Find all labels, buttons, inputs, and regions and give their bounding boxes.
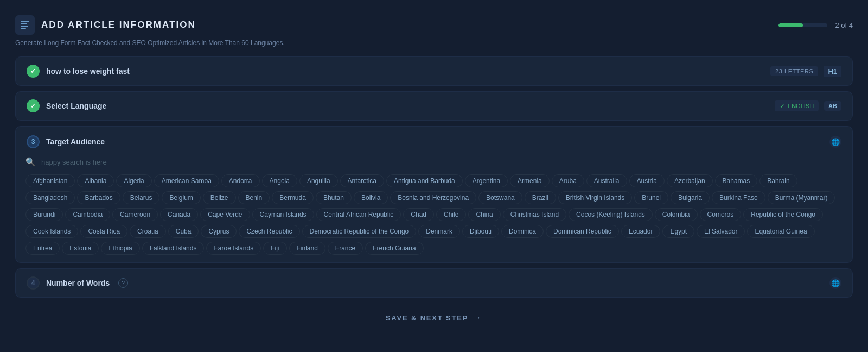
list-item[interactable]: Ethiopia: [101, 242, 139, 255]
step4-card-right: 🌐: [829, 277, 841, 289]
list-item[interactable]: Central African Republic: [316, 208, 401, 221]
step4-badge: 4: [27, 276, 40, 290]
step4-card: 4 Number of Words ? 🌐: [15, 268, 853, 298]
list-item[interactable]: Bolivia: [354, 191, 388, 204]
step3-title: Target Audience: [46, 137, 105, 146]
progress-bar-fill: [778, 23, 803, 27]
search-row: 🔍: [16, 154, 852, 172]
list-item[interactable]: Belgium: [162, 191, 200, 204]
list-item[interactable]: El Salvador: [697, 225, 745, 238]
list-item[interactable]: Estonia: [62, 242, 99, 255]
list-item[interactable]: Eritrea: [25, 242, 60, 255]
list-item[interactable]: Fiji: [263, 242, 286, 255]
list-item[interactable]: Antarctica: [340, 174, 384, 187]
list-item[interactable]: Cape Verde: [200, 208, 250, 221]
list-item[interactable]: Croatia: [130, 225, 166, 238]
list-item[interactable]: Cook Islands: [25, 225, 78, 238]
list-item[interactable]: Dominican Republic: [546, 225, 619, 238]
list-item[interactable]: Bosnia and Herzegovina: [390, 191, 476, 204]
list-item[interactable]: Czech Republic: [239, 225, 299, 238]
list-item[interactable]: Djibouti: [462, 225, 499, 238]
list-item[interactable]: Argentina: [465, 174, 508, 187]
list-item[interactable]: Cuba: [168, 225, 199, 238]
arrow-icon: →: [473, 313, 482, 323]
ab-badge: AB: [824, 101, 841, 111]
list-item[interactable]: Brunei: [634, 191, 668, 204]
list-item[interactable]: Antigua and Barbuda: [386, 174, 463, 187]
header-right: 2 of 4: [778, 21, 853, 29]
step2-title: Select Language: [46, 102, 106, 110]
list-item[interactable]: American Samoa: [154, 174, 219, 187]
list-item[interactable]: Chile: [436, 208, 466, 221]
list-item[interactable]: Belarus: [123, 191, 160, 204]
list-item[interactable]: Equatorial Guinea: [747, 225, 814, 238]
search-input[interactable]: [41, 158, 182, 166]
list-item[interactable]: Christmas Island: [503, 208, 566, 221]
list-item[interactable]: Australia: [586, 174, 627, 187]
list-item[interactable]: Azerbaijan: [667, 174, 713, 187]
list-item[interactable]: Botswana: [478, 191, 522, 204]
list-item[interactable]: Cyprus: [201, 225, 237, 238]
list-item[interactable]: Comoros: [700, 208, 742, 221]
list-item[interactable]: Chad: [403, 208, 434, 221]
list-item[interactable]: Cocos (Keeling) Islands: [569, 208, 653, 221]
list-item[interactable]: Burundi: [25, 208, 63, 221]
list-item[interactable]: Albania: [77, 174, 114, 187]
page-header: ADD ARTICLE INFORMATION 2 of 4: [15, 10, 853, 38]
page-wrapper: ADD ARTICLE INFORMATION 2 of 4 Generate …: [0, 0, 868, 332]
list-item[interactable]: Anguilla: [299, 174, 338, 187]
list-item[interactable]: Armenia: [510, 174, 550, 187]
list-item[interactable]: Benin: [238, 191, 270, 204]
save-next-button[interactable]: SAVE & NEXT STEP →: [386, 313, 482, 323]
list-item[interactable]: Angola: [262, 174, 297, 187]
list-item[interactable]: Republic of the Congo: [743, 208, 823, 221]
list-item[interactable]: China: [468, 208, 500, 221]
list-item[interactable]: France: [328, 242, 363, 255]
list-item[interactable]: Austria: [629, 174, 665, 187]
step3-card-header: 3 Target Audience 🌐: [16, 127, 852, 154]
progress-bar: [778, 23, 827, 27]
list-item[interactable]: French Guiana: [365, 242, 423, 255]
list-item[interactable]: Brazil: [525, 191, 556, 204]
list-item[interactable]: Bulgaria: [671, 191, 710, 204]
list-item[interactable]: Denmark: [418, 225, 460, 238]
list-item[interactable]: Andorra: [221, 174, 260, 187]
list-item[interactable]: Bangladesh: [25, 191, 75, 204]
list-item[interactable]: British Virgin Islands: [558, 191, 633, 204]
page-title: ADD ARTICLE INFORMATION: [41, 20, 196, 30]
list-item[interactable]: Cayman Islands: [252, 208, 314, 221]
list-item[interactable]: Bermuda: [272, 191, 314, 204]
list-item[interactable]: Colombia: [655, 208, 698, 221]
header-left: ADD ARTICLE INFORMATION: [15, 15, 196, 35]
svg-rect-2: [21, 26, 28, 27]
list-item[interactable]: Bhutan: [316, 191, 352, 204]
list-item[interactable]: Burkina Faso: [712, 191, 765, 204]
step1-card: ✓ how to lose weight fast 23 LETTERS H1: [15, 56, 853, 86]
list-item[interactable]: Canada: [160, 208, 198, 221]
list-item[interactable]: Afghanistan: [25, 174, 75, 187]
list-item[interactable]: Faroe Islands: [206, 242, 261, 255]
check-icon: ✓: [780, 102, 785, 110]
list-item[interactable]: Egypt: [662, 225, 694, 238]
list-item[interactable]: Falkland Islands: [142, 242, 205, 255]
step2-card: ✓ Select Language ✓ ENGLISH AB: [15, 91, 853, 121]
list-item[interactable]: Bahrain: [760, 174, 797, 187]
step1-card-left: ✓ how to lose weight fast: [27, 65, 130, 78]
list-item[interactable]: Burma (Myanmar): [768, 191, 835, 204]
list-item[interactable]: Belize: [203, 191, 236, 204]
list-item[interactable]: Barbados: [77, 191, 120, 204]
list-item[interactable]: Cambodia: [65, 208, 110, 221]
list-item[interactable]: Dominica: [501, 225, 544, 238]
list-item[interactable]: Costa Rica: [80, 225, 127, 238]
help-icon[interactable]: ?: [118, 278, 128, 288]
list-item[interactable]: Democratic Republic of the Congo: [302, 225, 417, 238]
step4-globe-icon: 🌐: [829, 277, 841, 289]
svg-rect-3: [21, 28, 26, 29]
list-item[interactable]: Cameroon: [112, 208, 158, 221]
list-item[interactable]: Algeria: [116, 174, 151, 187]
list-item[interactable]: Finland: [289, 242, 326, 255]
step2-card-header: ✓ Select Language ✓ ENGLISH AB: [16, 92, 852, 120]
list-item[interactable]: Ecuador: [621, 225, 661, 238]
list-item[interactable]: Aruba: [552, 174, 584, 187]
list-item[interactable]: Bahamas: [715, 174, 758, 187]
